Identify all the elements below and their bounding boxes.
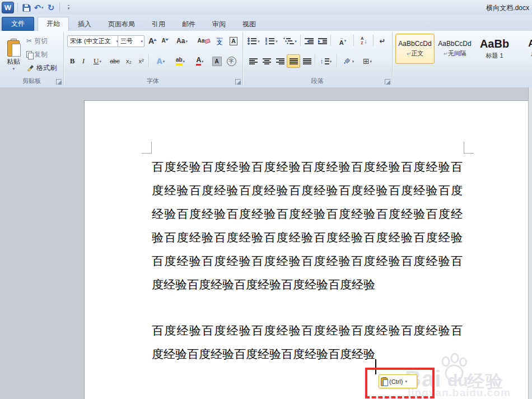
borders-icon: ⊞ <box>363 57 370 65</box>
style-heading-1[interactable]: AaBb 标题 1 <box>475 34 514 64</box>
superscript-button[interactable]: x² <box>135 54 147 68</box>
shrink-font-button[interactable]: A <box>157 35 170 47</box>
save-button[interactable] <box>21 2 31 13</box>
align-center-button[interactable] <box>260 54 273 68</box>
style-preview: Aa <box>528 39 532 48</box>
text-highlight-button[interactable]: ab ▾ <box>171 54 190 68</box>
chevron-down-icon[interactable]: ▾ <box>330 59 332 63</box>
chevron-down-icon[interactable]: ▾ <box>41 6 44 10</box>
character-shading-button[interactable]: A <box>210 54 223 68</box>
format-painter-label: 格式刷 <box>36 64 57 71</box>
clear-formatting-button[interactable]: Aa <box>197 35 211 47</box>
subscript-button[interactable]: x₂ <box>123 54 135 68</box>
grow-font-button[interactable]: A <box>145 35 157 47</box>
chevron-down-icon[interactable]: ▾ <box>141 39 143 43</box>
font-group-label: 字体 <box>63 77 242 85</box>
italic-button[interactable]: I <box>78 54 89 68</box>
line-spacing-button[interactable]: ▾ <box>318 54 335 68</box>
copy-button[interactable]: 复制 <box>25 48 49 61</box>
tab-home[interactable]: 开始 <box>38 17 69 31</box>
chevron-down-icon[interactable]: ▾ <box>258 39 260 43</box>
increase-indent-button[interactable] <box>316 35 329 47</box>
cut-button[interactable]: ✂ 剪切 <box>25 35 49 47</box>
chevron-down-icon[interactable]: ▾ <box>370 59 372 63</box>
tab-page-layout[interactable]: 页面布局 <box>100 18 143 31</box>
format-painter-button[interactable]: 格式刷 <box>25 62 58 74</box>
document-text-line[interactable]: 度经验百度经验百度经验百度经验百度经验 <box>152 277 375 292</box>
paste-options-label: (Ctrl) <box>389 378 403 385</box>
tab-view[interactable]: 视图 <box>235 18 264 31</box>
font-size-value: 三号 <box>120 37 139 45</box>
redo-button[interactable]: ↻ <box>46 2 56 13</box>
chevron-down-icon[interactable]: ▾ <box>352 59 354 63</box>
document-text-line[interactable]: 百度经验百度经验百度经验百度经验百度经验百度经验百 <box>152 254 463 268</box>
chevron-down-icon[interactable]: ▾ <box>344 39 347 43</box>
font-color-button[interactable]: A ▾ <box>191 54 209 68</box>
shading-button[interactable]: ▾ <box>339 54 357 68</box>
style-name: ↵正文 <box>407 49 424 58</box>
strikethrough-button[interactable]: abc <box>107 54 123 68</box>
tab-mailings[interactable]: 邮件 <box>174 18 203 31</box>
chevron-down-icon[interactable]: ▾ <box>405 379 407 383</box>
document-text-line[interactable]: 度经验百度经验百度经验百度经验百度经验百度经验百度 <box>152 183 463 198</box>
font-dialog-launcher[interactable] <box>235 79 241 85</box>
document-text-line[interactable]: 度经验百度经验百度经验百度经验百度经验 <box>152 347 375 361</box>
show-hide-marks-button[interactable]: ↵ <box>376 35 389 47</box>
decrease-indent-button[interactable] <box>302 35 316 47</box>
customize-qat-button[interactable]: ▾ <box>63 2 73 13</box>
style-normal[interactable]: AaBbCcDd ↵正文 <box>395 34 435 64</box>
justify-button[interactable] <box>287 54 300 68</box>
document-text-line[interactable]: 百度经验百度经验百度经验百度经验百度经验百度经验百 <box>152 323 463 338</box>
character-border-button[interactable]: A <box>227 35 240 47</box>
text-effects-button[interactable]: A ▾ <box>152 54 170 68</box>
phonetic-guide-button[interactable]: wén 文 <box>212 34 227 48</box>
quick-access-toolbar: W ↶ ▾ ↻ ▾ <box>2 1 73 13</box>
chevron-down-icon[interactable]: ▾ <box>202 59 204 63</box>
paragraph-mark-icon: ↵ <box>380 38 386 45</box>
chevron-down-icon[interactable]: ▾ <box>163 59 165 63</box>
bold-button[interactable]: B <box>67 54 78 68</box>
vertical-scrollbar[interactable] <box>528 87 532 399</box>
chevron-down-icon[interactable]: ▾ <box>183 59 185 63</box>
sort-button[interactable]: AZ ↓ <box>356 35 372 47</box>
tab-insert[interactable]: 插入 <box>70 18 99 31</box>
clipboard-dialog-launcher[interactable] <box>56 79 62 85</box>
chevron-down-icon[interactable]: ▾ <box>295 39 297 43</box>
style-no-spacing[interactable]: AaBbCcDd ↵无间隔 <box>435 34 474 64</box>
paragraph-dialog-launcher[interactable] <box>385 79 390 85</box>
bullets-button[interactable]: ▾ <box>245 35 262 47</box>
paragraph-mark-icon: ↵ <box>407 51 411 57</box>
change-case-button[interactable]: Aa ▾ <box>173 35 191 47</box>
asian-layout-button[interactable]: ↔ A ▾ <box>333 34 352 48</box>
font-name-combobox[interactable]: 宋体 (中文正文 ▾ <box>67 35 120 47</box>
paste-options-clipboard-icon <box>381 377 388 386</box>
distribute-button[interactable] <box>300 54 314 68</box>
paste-button[interactable]: 粘贴 ▾ <box>2 33 25 76</box>
align-left-button[interactable] <box>246 54 260 68</box>
style-heading-2[interactable]: Aa 标 <box>515 34 532 64</box>
chevron-down-icon[interactable]: ▾ <box>276 39 278 43</box>
undo-icon: ↶ <box>34 3 41 12</box>
chevron-down-icon[interactable]: ▾ <box>99 59 101 63</box>
document-text-line[interactable]: 验百度经验百度经验百度经验百度经验百度经验百度经验 <box>152 230 463 245</box>
numbering-button[interactable]: ▾ <box>263 35 280 47</box>
document-page[interactable]: 百度经验百度经验百度经验百度经验百度经验百度经验百 度经验百度经验百度经验百度经… <box>84 100 529 399</box>
enclose-characters-icon: 字 <box>227 57 236 66</box>
undo-button[interactable]: ↶ ▾ <box>34 2 44 13</box>
document-text-line[interactable]: 百度经验百度经验百度经验百度经验百度经验百度经验百 <box>152 160 463 174</box>
tab-file[interactable]: 文件 <box>2 17 34 31</box>
underline-button[interactable]: U ▾ <box>89 54 106 68</box>
word-logo-icon[interactable]: W <box>2 2 14 13</box>
paste-options-button[interactable]: (Ctrl) ▾ <box>379 374 417 388</box>
chevron-down-icon[interactable]: ▾ <box>13 67 15 71</box>
style-name: ↵无间隔 <box>443 49 466 58</box>
tab-review[interactable]: 审阅 <box>204 18 234 31</box>
enclose-characters-button[interactable]: 字 <box>225 54 238 68</box>
font-size-combobox[interactable]: 三号 ▾ <box>118 35 144 47</box>
multilevel-list-button[interactable]: ▾ <box>281 35 299 47</box>
borders-button[interactable]: ⊞ ▾ <box>358 54 376 68</box>
align-right-button[interactable] <box>273 54 287 68</box>
document-text-line[interactable]: 经验百度经验百度经验百度经验百度经验百度经验百度经 <box>152 207 463 221</box>
tab-references[interactable]: 引用 <box>144 18 173 31</box>
clear-formatting-icon: Aa <box>198 38 205 44</box>
